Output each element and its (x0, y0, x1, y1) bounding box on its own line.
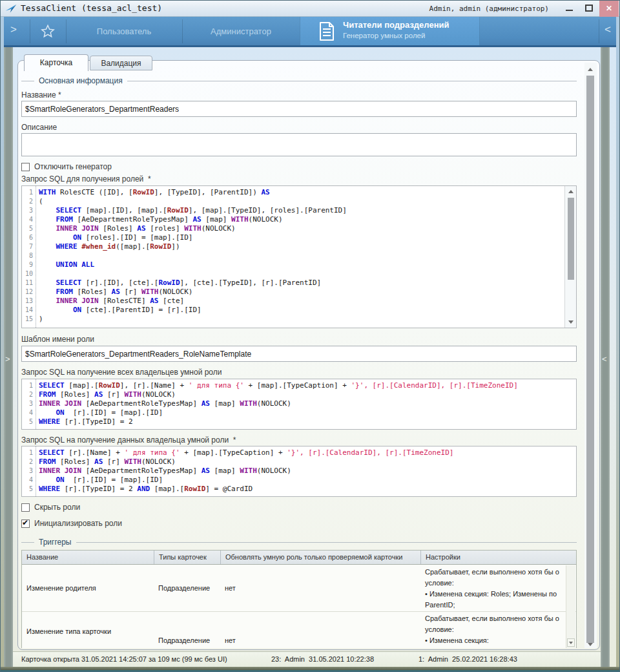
checkbox-box (21, 163, 30, 171)
close-button[interactable]: ✕ (599, 0, 619, 17)
line-number-gutter: 12345 (22, 381, 36, 426)
table-cell: Срабатывает, если выполнено хотя бы оусл… (420, 612, 566, 648)
group-main-info-label: Основная информация (34, 76, 127, 85)
sql-code[interactable]: SELECT [map].[RowID], [r].[Name] + ' для… (39, 381, 563, 426)
maximize-icon (585, 5, 593, 12)
name-input[interactable] (21, 101, 577, 117)
name-label: Название * (21, 90, 61, 100)
scrollbar-thumb[interactable] (568, 198, 574, 280)
table-body: Изменение родителяПодразделениенетСрабат… (22, 565, 576, 648)
nav-tab-label: Пользователь (97, 26, 151, 36)
scroll-down-icon[interactable] (568, 320, 574, 324)
active-tab-title: Читатели подразделений (343, 20, 449, 30)
checkbox-label: Инициализировать роли (34, 519, 122, 528)
status-card-opened: Карточка открыта 31.05.2021 14:25:07 за … (21, 655, 227, 663)
nav-tab-user[interactable]: Пользователь (66, 17, 182, 45)
minimize-button[interactable] (561, 0, 579, 17)
favorites-star-icon[interactable] (41, 24, 55, 38)
titlebar-user-info: Admin, admin (администратор) (429, 5, 549, 13)
active-tab-subtitle: Генератор умных ролей (343, 32, 425, 39)
card-scrollbar[interactable] (584, 63, 597, 648)
scrollbar-thumb[interactable] (586, 76, 594, 643)
scroll-up-icon[interactable] (588, 68, 593, 71)
role-name-template-input[interactable] (21, 346, 577, 362)
nav-back-chevron-icon[interactable]: > (10, 23, 17, 36)
sql-owner-data-label: Запрос SQL на получение данных владельца… (21, 436, 236, 445)
checkbox-box (21, 520, 30, 528)
sql-code[interactable]: WITH RolesCTE ([ID], [RowID], [TypeID], … (39, 188, 563, 324)
table-cell: Срабатывает, если выполнено хотя бы оусл… (420, 565, 566, 611)
tab-card[interactable]: Карточка (24, 54, 88, 71)
table-cell: Изменение типа карточки (22, 612, 154, 648)
window-frame-bottom (0, 667, 620, 672)
column-header[interactable]: Типы карточек (154, 551, 220, 564)
sql-owner-data-editor[interactable]: 12345 SELECT [r].[Name] + ' для типа {' … (21, 446, 577, 497)
sql-roles-label: Запрос SQL для получения ролей * (21, 174, 151, 184)
scroll-up-icon[interactable] (568, 190, 574, 193)
window-frame-right (616, 17, 620, 667)
table-cell: Подразделение (154, 565, 220, 611)
scroll-down-icon (569, 642, 573, 644)
sql-code[interactable]: SELECT [r].[Name] + ' для типа {' + [map… (39, 448, 563, 494)
statusbar: Карточка открыта 31.05.2021 14:25:07 за … (13, 651, 601, 667)
line-number-gutter: 12345 (22, 448, 36, 494)
checkbox-hide-roles[interactable]: Скрыть роли (21, 503, 80, 512)
table-header: НазваниеТипы карточекОбновлять умную рол… (22, 551, 576, 565)
maximize-button[interactable] (580, 0, 598, 17)
right-panel-splitter[interactable]: < (601, 47, 610, 667)
triggers-table: НазваниеТипы карточекОбновлять умную рол… (21, 550, 577, 648)
checkbox-label: Скрыть роли (34, 503, 80, 512)
checkbox-init-roles[interactable]: Инициализировать роли (21, 519, 122, 528)
nav-separator (599, 19, 599, 43)
table-row[interactable]: Изменение родителяПодразделениенетСрабат… (22, 565, 576, 612)
sql-owners-editor[interactable]: 12345 SELECT [map].[RowID], [r].[Name] +… (21, 379, 577, 430)
description-input[interactable] (21, 133, 577, 156)
tessa-logo-icon (5, 3, 17, 14)
column-header[interactable]: Название (22, 551, 154, 564)
column-header[interactable]: Настройки (420, 551, 566, 564)
role-name-template-label: Шаблон имени роли (21, 335, 94, 344)
editor-scrollbar[interactable] (564, 186, 576, 328)
line-number-gutter: 123456789101112131415 (22, 188, 36, 324)
left-panel-splitter[interactable]: > (4, 47, 13, 667)
table-scrollbar[interactable] (566, 565, 575, 648)
column-header[interactable]: Обновлять умную роль только проверяемой … (220, 551, 420, 564)
table-cell: нет (220, 565, 420, 611)
titlebar: TessaClient (tessa_acl_test) Admin, admi… (0, 0, 620, 17)
left-panel-chevron-icon: > (5, 354, 10, 364)
nav-tab-department-readers[interactable]: Читатели подразделений Генератор умных р… (300, 17, 480, 45)
table-cell: нет (220, 612, 420, 648)
checkbox-box (21, 503, 30, 512)
description-label: Описание (21, 123, 57, 132)
checkbox-disable-generator[interactable]: Отключить генератор (21, 162, 112, 171)
table-scroll-down-button[interactable] (567, 638, 575, 647)
nav-tab-administrator[interactable]: Администратор (182, 17, 300, 45)
navbar: > Пользователь Администратор Читатели по… (1, 17, 619, 47)
group-triggers: Триггеры (21, 538, 577, 547)
nav-tab-label: Администратор (211, 26, 271, 36)
table-row[interactable]: Изменение типа карточкиПодразделениенетС… (22, 612, 576, 648)
tab-validation[interactable]: Валидация (90, 56, 152, 70)
nav-forward-chevron-icon[interactable]: < (604, 23, 611, 36)
status-created: 1: Admin 25.02.2021 16:28:43 (418, 655, 517, 663)
window-title: TessaClient (tessa_acl_test) (21, 3, 162, 13)
sql-roles-editor[interactable]: 123456789101112131415 WITH RolesCTE ([ID… (21, 185, 577, 328)
document-icon (318, 21, 335, 41)
group-triggers-label: Триггеры (34, 538, 76, 547)
minimize-icon (566, 10, 573, 11)
table-cell: Подразделение (154, 612, 220, 648)
nav-separator (30, 19, 30, 43)
scroll-down-icon[interactable] (588, 643, 593, 646)
right-panel-chevron-icon: < (602, 354, 607, 364)
status-modified: 23: Admin 31.05.2021 10:22:38 (271, 655, 374, 663)
table-cell: Изменение родителя (22, 565, 154, 611)
sql-owners-label: Запрос SQL на получение всех владельцев … (21, 368, 222, 377)
group-main-info: Основная информация (21, 76, 577, 85)
checkbox-label: Отключить генератор (34, 162, 112, 171)
